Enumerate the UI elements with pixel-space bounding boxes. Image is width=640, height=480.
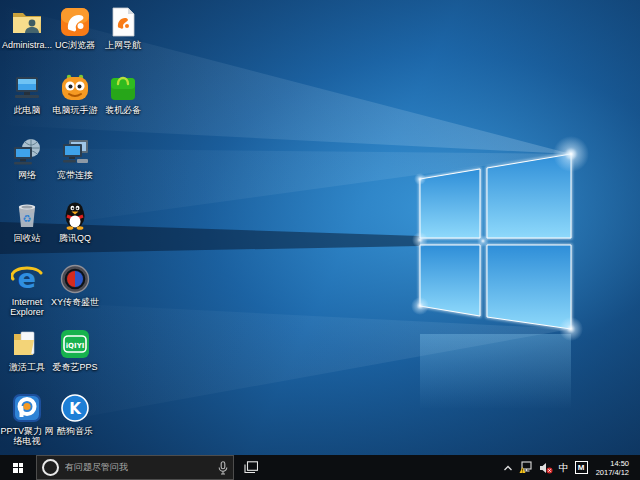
tray-overflow-button[interactable] — [500, 455, 516, 480]
volume-button[interactable] — [536, 455, 556, 480]
xy-game-emblem-icon — [59, 263, 91, 295]
network-warning-icon — [519, 461, 533, 474]
desktop-icon-this-pc[interactable]: 此电脑 — [4, 71, 50, 115]
icon-label: 腾讯QQ — [47, 233, 103, 243]
icon-label: 上网导航 — [95, 40, 151, 50]
desktop-icon-network[interactable]: 网络 — [4, 136, 50, 180]
computer-icon — [11, 71, 43, 103]
desktop-icon-recycle-bin[interactable]: ♻ 回收站 — [4, 199, 50, 243]
clock-date: 2017/4/12 — [596, 468, 629, 477]
svg-text:♻: ♻ — [23, 213, 32, 224]
desktop-icon-essential-apps[interactable]: 装机必备 — [100, 71, 146, 115]
icon-label: XY传奇盛世 — [47, 297, 103, 307]
desktop-icon-iqiyi-pps[interactable]: iQIYI 爱奇艺PPS — [52, 328, 98, 372]
desktop-icon-activation-tools[interactable]: e 激活工具 — [4, 328, 50, 372]
kugou-icon: K — [59, 392, 91, 424]
desktop-icon-pc-mobile-games[interactable]: 电脑玩手游 — [52, 71, 98, 115]
internet-explorer-icon: e — [11, 263, 43, 295]
task-view-icon — [244, 461, 258, 474]
clock[interactable]: 14:50 2017/4/12 — [591, 459, 635, 477]
windows-logo-icon — [13, 463, 23, 473]
system-tray: 中 M 14:50 2017/4/12 — [500, 455, 640, 480]
taskbar: 有问题尽管问我 — [0, 455, 640, 480]
desktop-icon-kugou-music[interactable]: K 酷狗音乐 — [52, 392, 98, 436]
desktop-icon-tencent-qq[interactable]: 腾讯QQ — [52, 199, 98, 243]
start-button[interactable] — [0, 455, 36, 480]
recycle-bin-icon: ♻ — [11, 199, 43, 231]
uc-browser-icon — [59, 6, 91, 38]
desktop-icon-pptv[interactable]: PPTV聚力 网 络电视 — [4, 392, 50, 446]
cortana-search-box[interactable]: 有问题尽管问我 — [36, 455, 234, 480]
desktop-icon-broadband[interactable]: 宽带连接 — [52, 136, 98, 180]
shopping-bag-icon — [107, 71, 139, 103]
desktop-icon-uc-browser[interactable]: UC浏览器 — [52, 6, 98, 50]
icon-label: 宽带连接 — [47, 170, 103, 180]
pptv-icon — [11, 392, 43, 424]
clock-time: 14:50 — [610, 459, 629, 468]
task-view-button[interactable] — [234, 455, 268, 480]
search-placeholder: 有问题尽管问我 — [65, 461, 218, 474]
network-status-button[interactable] — [516, 455, 536, 480]
monster-game-icon — [59, 71, 91, 103]
microphone-icon[interactable] — [218, 461, 228, 475]
user-folder-icon — [11, 6, 43, 38]
ime-mode-indicator[interactable]: 中 — [556, 455, 572, 480]
svg-text:iQIYI: iQIYI — [66, 342, 85, 350]
cortana-icon — [42, 459, 59, 476]
iqiyi-icon: iQIYI — [59, 328, 91, 360]
qq-penguin-icon — [59, 199, 91, 231]
desktop-icon-administrator[interactable]: Administra... — [4, 6, 50, 50]
broadband-icon — [59, 136, 91, 168]
speaker-muted-icon — [539, 462, 553, 474]
tools-folder-icon: e — [11, 328, 43, 360]
network-icon — [11, 136, 43, 168]
icon-label: 爱奇艺PPS — [47, 362, 103, 372]
web-nav-shortcut-icon — [107, 6, 139, 38]
svg-text:K: K — [69, 400, 82, 418]
icon-label: 装机必备 — [95, 105, 151, 115]
desktop-icon-xy-legend[interactable]: XY传奇盛世 — [52, 263, 98, 307]
icon-label: 酷狗音乐 — [47, 426, 103, 436]
desktop-screen: Administra... 此电脑 网络 ♻ 回收站 — [0, 0, 640, 480]
chevron-up-icon — [503, 464, 513, 472]
ime-language-indicator[interactable]: M — [572, 455, 591, 480]
desktop-icon-web-navigation[interactable]: 上网导航 — [100, 6, 146, 50]
desktop-icon-internet-explorer[interactable]: e Internet Explorer — [4, 263, 50, 317]
